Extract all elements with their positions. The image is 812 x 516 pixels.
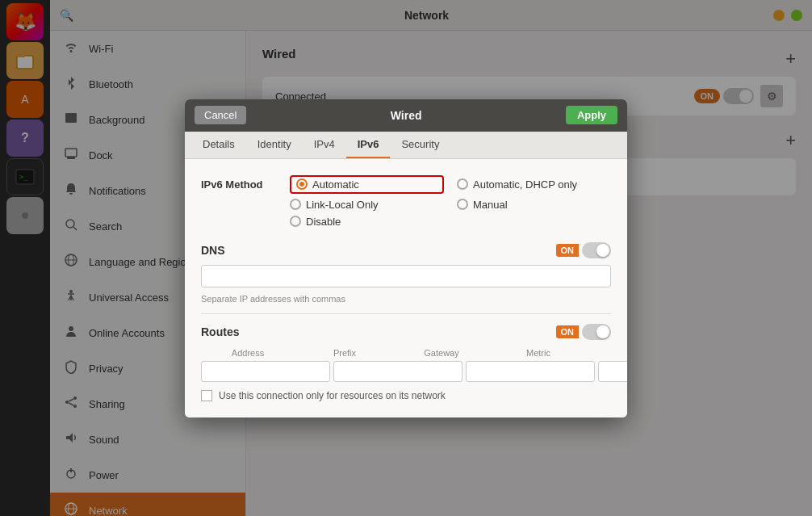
radio-disable[interactable]: Disable: [290, 216, 444, 228]
dialog-apply-btn[interactable]: Apply: [566, 106, 617, 124]
routes-toggle-thumb: [596, 325, 609, 338]
dns-input[interactable]: [201, 265, 611, 287]
routes-toggle-switch[interactable]: [582, 324, 611, 340]
dialog-ipv6-content: IPv6 Method Automatic Automatic, DHCP on…: [185, 159, 627, 417]
dialog-tabs: Details Identity IPv4 IPv6 Security: [185, 132, 627, 159]
dns-toggle-switch[interactable]: [582, 242, 611, 258]
radio-automatic-label: Automatic: [312, 178, 359, 191]
wired-dialog: Cancel Wired Apply Details Identity IPv4…: [185, 99, 627, 417]
dns-toggle-on-label: ON: [556, 244, 580, 257]
col-action-header: [588, 348, 611, 358]
route-metric-input[interactable]: [598, 361, 627, 382]
radio-link-local-label: Link-Local Only: [306, 199, 379, 211]
tab-ipv6[interactable]: IPv6: [346, 132, 391, 158]
route-address-input[interactable]: [201, 361, 330, 382]
ipv6-method-options: Automatic Automatic, DHCP only Link-Loca…: [290, 175, 611, 228]
dns-toggle-group: ON: [556, 242, 612, 258]
section-divider: [201, 313, 611, 314]
connection-only-row: Use this connection only for resources o…: [201, 390, 611, 401]
col-prefix-header: Prefix: [298, 348, 391, 358]
dns-hint-text: Separate IP addresses with commas: [201, 294, 611, 304]
route-prefix-input[interactable]: [333, 361, 463, 382]
connection-only-checkbox[interactable]: [201, 390, 212, 401]
dialog-header: Cancel Wired Apply: [185, 99, 627, 132]
radio-manual-label: Manual: [473, 199, 508, 211]
radio-automatic-circle: [296, 178, 308, 190]
ipv6-method-row: IPv6 Method Automatic Automatic, DHCP on…: [201, 175, 611, 228]
radio-automatic[interactable]: Automatic: [290, 175, 444, 194]
radio-auto-dhcp-label: Automatic, DHCP only: [473, 178, 577, 191]
tab-identity[interactable]: Identity: [246, 132, 303, 158]
radio-disable-label: Disable: [306, 216, 341, 228]
routes-toggle-group: ON: [556, 324, 612, 340]
routes-table-row: ✕: [201, 361, 611, 382]
col-gateway-header: Gateway: [395, 348, 488, 358]
dns-toggle-thumb: [596, 244, 609, 257]
col-address-header: Address: [201, 348, 295, 358]
routes-toggle-on-label: ON: [556, 325, 580, 338]
connection-only-label: Use this connection only for resources o…: [219, 390, 446, 401]
radio-auto-dhcp[interactable]: Automatic, DHCP only: [457, 175, 611, 194]
routes-title: Routes: [201, 325, 556, 338]
radio-auto-dhcp-circle: [457, 178, 468, 190]
dialog-title: Wired: [246, 109, 565, 122]
radio-manual-circle: [457, 199, 468, 210]
routes-table-header: Address Prefix Gateway Metric: [201, 348, 611, 358]
tab-security[interactable]: Security: [390, 132, 450, 158]
ipv6-method-label: IPv6 Method: [201, 175, 290, 191]
radio-manual[interactable]: Manual: [457, 199, 611, 211]
routes-header: Routes ON: [201, 324, 611, 340]
dns-label: DNS: [201, 244, 556, 257]
radio-grid: Automatic Automatic, DHCP only Link-Loca…: [290, 175, 611, 228]
radio-link-local[interactable]: Link-Local Only: [290, 199, 444, 211]
radio-disable-circle: [290, 216, 301, 227]
radio-link-local-circle: [290, 199, 301, 210]
route-gateway-input[interactable]: [466, 361, 595, 382]
tab-ipv4[interactable]: IPv4: [303, 132, 346, 158]
tab-details[interactable]: Details: [191, 132, 246, 158]
dns-row: DNS ON: [201, 242, 611, 258]
col-metric-header: Metric: [492, 348, 585, 358]
dialog-overlay: Cancel Wired Apply Details Identity IPv4…: [0, 0, 812, 516]
dialog-cancel-btn[interactable]: Cancel: [195, 106, 246, 124]
